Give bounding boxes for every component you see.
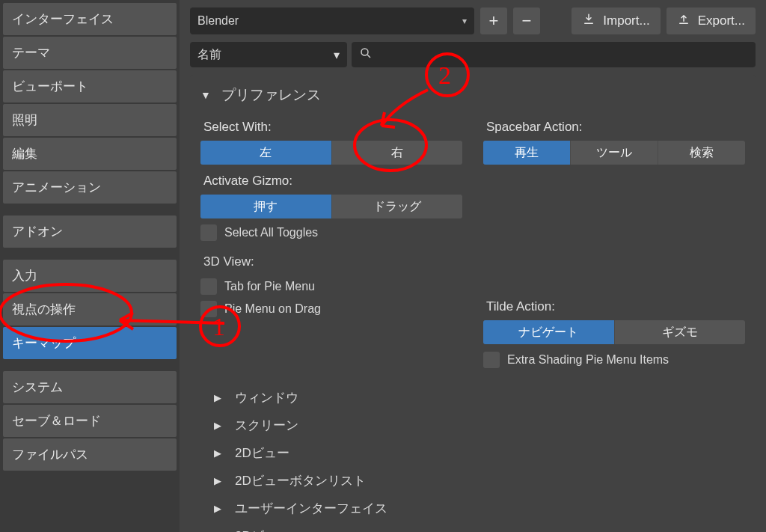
disclosure-triangle-right-icon: ▶ xyxy=(214,447,221,459)
svg-point-0 xyxy=(361,49,368,55)
svg-line-1 xyxy=(367,55,370,58)
tilde-navigate[interactable]: ナビゲート xyxy=(483,320,614,344)
activate-gizmo-drag[interactable]: ドラッグ xyxy=(331,195,463,218)
keymap-search-mode[interactable]: 名前 ▾ xyxy=(190,42,347,67)
pie-drag-checkbox[interactable] xyxy=(200,301,217,317)
tree-item-ui[interactable]: ▶ユーザーインターフェイス xyxy=(214,500,745,517)
search-icon xyxy=(359,46,373,63)
spacebar-play[interactable]: 再生 xyxy=(483,141,570,165)
keymap-main: Blender ▾ + − Import... Export... xyxy=(180,0,766,532)
sidebar-item-filepaths[interactable]: ファイルパス xyxy=(3,438,177,471)
activate-gizmo-press[interactable]: 押す xyxy=(200,195,331,218)
activate-gizmo-segmented: 押す ドラッグ xyxy=(200,195,462,218)
tab-pie-checkbox[interactable] xyxy=(200,278,217,295)
tab-pie-label: Tab for Pie Menu xyxy=(224,280,315,293)
chevron-down-icon: ▾ xyxy=(334,48,340,62)
sidebar-item-animation[interactable]: アニメーション xyxy=(3,171,177,204)
keymap-tree: ▶ウィンドウ ▶スクリーン ▶2Dビュー ▶2Dビューボタンリスト ▶ユーザーイ… xyxy=(200,389,745,532)
disclosure-triangle-down-icon: ▼ xyxy=(200,89,211,101)
spacebar-action-label: Spacebar Action: xyxy=(486,120,745,135)
tree-item-screen[interactable]: ▶スクリーン xyxy=(214,417,745,434)
tilde-gizmo[interactable]: ギズモ xyxy=(614,320,746,344)
chevron-down-icon: ▾ xyxy=(462,16,467,26)
select-with-label: Select With: xyxy=(203,120,462,135)
sidebar-item-interface[interactable]: インターフェイス xyxy=(3,3,177,35)
select-with-right[interactable]: 右 xyxy=(331,141,463,165)
sidebar-item-lighting[interactable]: 照明 xyxy=(3,104,177,136)
pie-drag-label: Pie Menu on Drag xyxy=(224,302,321,316)
sidebar-item-saveload[interactable]: セーブ＆ロード xyxy=(3,405,177,437)
keymap-preset-select[interactable]: Blender ▾ xyxy=(190,7,474,34)
sidebar-item-addons[interactable]: アドオン xyxy=(3,215,177,248)
tree-item-window[interactable]: ▶ウィンドウ xyxy=(214,389,745,406)
keymap-preset-label: Blender xyxy=(197,14,239,28)
sidebar-item-editing[interactable]: 編集 xyxy=(3,138,177,170)
preferences-panel-header[interactable]: ▼ プリファレンス xyxy=(200,85,745,105)
tilde-action-label: Tilde Action: xyxy=(486,299,745,314)
sidebar-item-theme[interactable]: テーマ xyxy=(3,37,177,69)
disclosure-triangle-right-icon: ▶ xyxy=(214,503,221,514)
disclosure-triangle-right-icon: ▶ xyxy=(214,420,221,431)
spacebar-search[interactable]: 検索 xyxy=(658,141,745,165)
keymap-export-button[interactable]: Export... xyxy=(667,7,756,34)
extra-shading-label: Extra Shading Pie Menu Items xyxy=(507,353,669,367)
tree-item-2dview[interactable]: ▶2Dビュー xyxy=(214,444,745,462)
sidebar-item-system[interactable]: システム xyxy=(3,371,177,403)
spacebar-action-segmented: 再生 ツール 検索 xyxy=(483,141,745,165)
select-with-segmented: 左 右 xyxy=(200,141,462,165)
spacebar-tool[interactable]: ツール xyxy=(570,141,658,165)
sidebar-item-keymap[interactable]: キーマップ xyxy=(3,327,177,359)
panel-title: プリファレンス xyxy=(221,85,321,105)
activate-gizmo-label: Activate Gizmo: xyxy=(203,174,462,189)
select-all-toggles-checkbox[interactable] xyxy=(200,224,217,241)
sidebar-item-viewport[interactable]: ビューポート xyxy=(3,70,177,103)
select-with-left[interactable]: 左 xyxy=(200,141,331,165)
sidebar-item-navigation[interactable]: 視点の操作 xyxy=(3,293,177,325)
keymap-search-input[interactable] xyxy=(352,42,756,67)
tree-item-2dview-buttonlist[interactable]: ▶2Dビューボタンリスト xyxy=(214,472,745,489)
preset-remove-button[interactable]: − xyxy=(513,7,540,34)
sidebar-item-input[interactable]: 入力 xyxy=(3,260,177,292)
download-icon xyxy=(582,13,595,30)
tilde-action-segmented: ナビゲート ギズモ xyxy=(483,320,745,344)
disclosure-triangle-right-icon: ▶ xyxy=(214,475,221,486)
keymap-import-button[interactable]: Import... xyxy=(572,7,660,34)
preset-add-button[interactable]: + xyxy=(480,7,507,34)
select-all-toggles-label: Select All Toggles xyxy=(224,226,318,239)
upload-icon xyxy=(677,13,690,30)
preferences-sidebar: インターフェイス テーマ ビューポート 照明 編集 アニメーション アドオン 入… xyxy=(0,0,180,532)
3d-view-label: 3D View: xyxy=(203,254,462,269)
extra-shading-checkbox[interactable] xyxy=(483,352,500,368)
tree-item-3dview[interactable]: ▶3Dビュー xyxy=(214,528,745,532)
disclosure-triangle-right-icon: ▶ xyxy=(214,392,221,403)
